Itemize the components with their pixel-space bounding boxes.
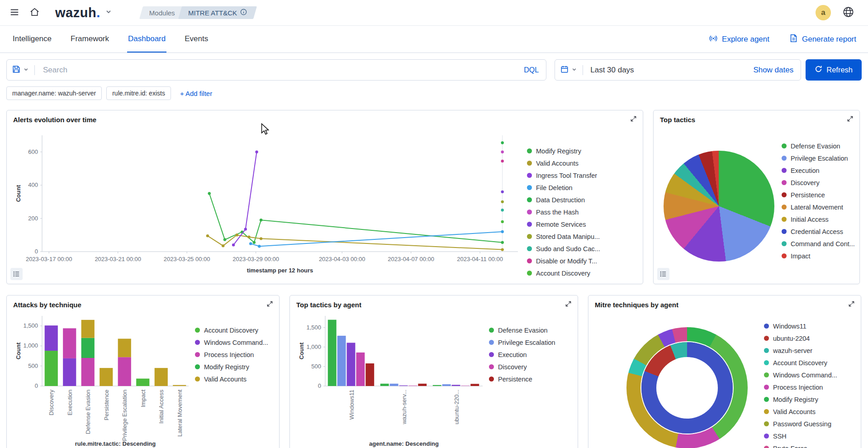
legend-item[interactable]: Impact [782, 250, 855, 262]
legend-dot [527, 234, 532, 239]
filter-bar: manager.name: wazuh-server rule.mitre.id… [0, 81, 868, 100]
legend-item[interactable]: ubuntu-2204 [764, 332, 837, 344]
legend-item[interactable]: Valid Accounts [764, 405, 837, 418]
hamburger-icon [9, 7, 19, 19]
generate-report-button[interactable]: Generate report [789, 34, 856, 45]
legend-item[interactable]: Pass the Hash [527, 206, 600, 218]
legend-item[interactable]: Credential Access [782, 225, 855, 238]
legend-item[interactable]: Defense Evasion [489, 324, 555, 336]
legend-label: Persistence [791, 191, 825, 199]
legend-item[interactable]: Modify Registry [195, 361, 268, 373]
legend-item[interactable]: File Deletion [527, 181, 600, 194]
search-input[interactable]: Search DQL [35, 66, 546, 75]
saved-queries-button[interactable] [7, 65, 35, 75]
legend-item[interactable]: Ingress Tool Transfer [527, 169, 600, 181]
chevron-down-icon[interactable] [105, 8, 112, 17]
legend-item[interactable]: Privilege Escalation [782, 152, 855, 164]
breadcrumb-current: MITRE ATT&CK [178, 6, 257, 19]
legend-toggle-button[interactable] [10, 268, 23, 280]
svg-text:0: 0 [35, 382, 38, 389]
dashboard: Alerts evolution over time 0200400600202… [0, 104, 868, 448]
svg-text:2023-03-25 00:00: 2023-03-25 00:00 [164, 256, 210, 262]
home-button[interactable] [24, 3, 44, 23]
legend-item[interactable]: Disable or Modify T... [527, 255, 600, 267]
legend-item[interactable]: Execution [782, 164, 855, 176]
legend-item[interactable]: wazuh-server [764, 344, 837, 357]
legend-item[interactable]: Remote Services [527, 218, 600, 230]
legend-item[interactable]: Account Discovery [527, 267, 600, 279]
top-tactics-by-agent-bar-chart: 05001,0001,500Windows11wazuh-serv...ubun… [296, 311, 488, 448]
legend-item[interactable]: Process Injection [764, 381, 837, 393]
legend-item[interactable]: Windows Command... [764, 369, 837, 381]
legend-item[interactable]: Discovery [782, 176, 855, 189]
logo-dot: . [96, 5, 100, 20]
info-icon[interactable] [240, 9, 247, 17]
legend-item[interactable]: Valid Accounts [527, 157, 600, 169]
legend-dot [764, 372, 769, 377]
legend-dot [782, 143, 787, 148]
query-language-selector[interactable]: DQL [524, 66, 539, 74]
legend-item[interactable]: Command and Cont... [782, 238, 855, 250]
date-range-value[interactable]: Last 30 days [590, 66, 634, 75]
tab-framework[interactable]: Framework [70, 26, 110, 52]
mitre-techniques-donut-chart[interactable] [626, 327, 748, 448]
panel-top-tactics: Top tactics Defense EvasionPrivilege Esc… [653, 110, 860, 284]
legend-item[interactable]: Persistence [489, 373, 555, 385]
tab-events[interactable]: Events [184, 26, 209, 52]
date-quick-select-button[interactable] [555, 65, 583, 75]
legend-item[interactable]: Password Guessing [764, 418, 837, 430]
legend-item[interactable]: Persistence [782, 189, 855, 201]
breadcrumb-modules[interactable]: Modules [139, 6, 185, 19]
filter-pill-manager-name[interactable]: manager.name: wazuh-server [6, 86, 102, 100]
legend-label: Brute Force [773, 445, 807, 448]
legend-item[interactable]: Account Discovery [195, 324, 268, 336]
legend-dot [764, 324, 769, 329]
legend-dot [764, 446, 769, 448]
legend-label: Privilege Escalation [791, 155, 848, 162]
legend-item[interactable]: Execution [489, 348, 555, 361]
svg-text:agent.name: Descending: agent.name: Descending [369, 440, 439, 447]
filter-pill-mitre-id[interactable]: rule.mitre.id: exists [106, 86, 171, 100]
legend-dot [527, 258, 532, 263]
avatar[interactable]: a [816, 5, 831, 20]
legend-item[interactable]: Brute Force [764, 442, 837, 448]
legend-item[interactable]: Account Discovery [764, 357, 837, 369]
svg-text:Execution: Execution [66, 390, 73, 415]
tab-intelligence[interactable]: Intelligence [12, 26, 52, 52]
legend-item[interactable]: Discovery [489, 361, 555, 373]
explore-agent-button[interactable]: Explore agent [709, 33, 769, 45]
legend-item[interactable]: Process Injection [195, 348, 268, 361]
legend-item[interactable]: Modify Registry [764, 393, 837, 405]
tab-dashboard[interactable]: Dashboard [127, 26, 166, 52]
svg-text:Defense Evasion: Defense Evasion [85, 390, 91, 434]
legend-label: Impact [791, 253, 811, 260]
legend-item[interactable]: Valid Accounts [195, 373, 268, 385]
show-dates-link[interactable]: Show dates [753, 66, 793, 75]
legend-item[interactable]: Privilege Escalation [489, 336, 555, 348]
legend-toggle-button[interactable] [657, 268, 669, 280]
legend-item[interactable]: Modify Registry [527, 145, 600, 157]
date-range-field[interactable]: Last 30 days Show dates [583, 66, 801, 75]
legend-item[interactable]: Lateral Movement [782, 201, 855, 213]
legend-item[interactable]: Windows Command... [195, 336, 268, 348]
legend-item[interactable]: Initial Access [782, 213, 855, 225]
query-bar: Search DQL Last 30 days Show dates Refre… [0, 53, 868, 81]
legend-label: Lateral Movement [791, 204, 843, 211]
legend-item[interactable]: Stored Data Manipu... [527, 230, 600, 243]
expand-icon[interactable] [266, 300, 273, 309]
legend-item[interactable]: Defense Evasion [782, 140, 855, 152]
settings-button[interactable] [838, 3, 858, 23]
expand-icon[interactable] [848, 300, 855, 309]
legend-item[interactable]: SSH [764, 430, 837, 442]
legend-item[interactable]: Data Destruction [527, 194, 600, 206]
expand-icon[interactable] [565, 300, 572, 309]
add-filter-button[interactable]: + Add filter [180, 90, 212, 97]
expand-icon[interactable] [847, 115, 854, 124]
legend-item[interactable]: Windows11 [764, 320, 837, 332]
menu-button[interactable] [5, 3, 24, 23]
legend-label: Valid Accounts [773, 408, 816, 415]
refresh-button[interactable]: Refresh [806, 59, 862, 81]
legend-item[interactable]: Sudo and Sudo Cac... [527, 243, 600, 255]
top-tactics-pie-chart[interactable] [664, 151, 774, 262]
expand-icon[interactable] [630, 115, 637, 124]
